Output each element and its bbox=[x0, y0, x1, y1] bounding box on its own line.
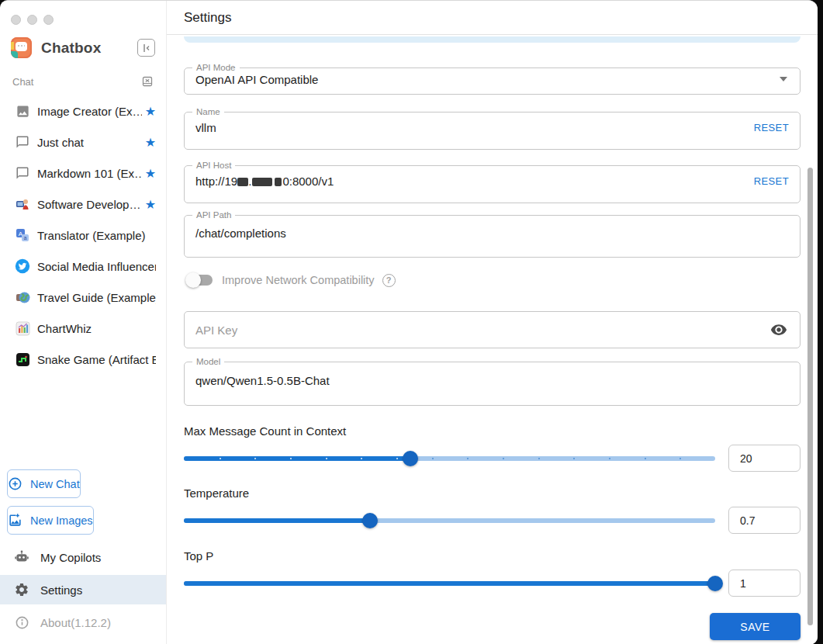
redaction-block bbox=[275, 178, 282, 186]
chat-item-translator[interactable]: Aa Translator (Example) bbox=[0, 220, 166, 251]
api-key-field bbox=[184, 311, 801, 348]
settings-panel: Settings API Mode OpenAI API Compatible … bbox=[167, 1, 818, 644]
name-reset-button[interactable]: RESET bbox=[754, 122, 789, 133]
collapse-sidebar-icon[interactable] bbox=[137, 39, 155, 57]
sidebar-item-my-copilots[interactable]: My Copilots bbox=[0, 542, 166, 572]
sidebar-item-about[interactable]: About(1.12.2) bbox=[0, 608, 166, 637]
max-message-count-input[interactable] bbox=[729, 452, 800, 465]
sidebar: Chatbox Chat Image Creator (Ex… ★ bbox=[0, 1, 167, 644]
chat-item-travel-guide[interactable]: Travel Guide (Example) bbox=[0, 282, 166, 313]
save-row: SAVE bbox=[184, 613, 801, 640]
redaction-block bbox=[252, 178, 272, 186]
star-icon[interactable]: ★ bbox=[145, 197, 156, 212]
app-window: Chatbox Chat Image Creator (Ex… ★ bbox=[0, 0, 818, 644]
star-icon[interactable]: ★ bbox=[145, 104, 156, 119]
scrollbar[interactable] bbox=[807, 168, 813, 625]
gear-icon bbox=[14, 582, 29, 597]
chat-item-label: Social Media Influencer … bbox=[37, 260, 156, 273]
image-plus-icon bbox=[8, 513, 22, 528]
max-message-count-value-box bbox=[728, 445, 801, 472]
api-path-label: API Path bbox=[192, 211, 235, 220]
slider-thumb[interactable] bbox=[707, 576, 723, 591]
network-compatibility-row: Improve Network Compatibility ? bbox=[185, 271, 801, 289]
api-mode-select[interactable]: API Mode OpenAI API Compatible bbox=[184, 64, 801, 95]
api-mode-value: OpenAI API Compatible bbox=[195, 73, 780, 86]
minimize-window-button[interactable] bbox=[27, 15, 37, 25]
new-chat-button[interactable]: New Chat bbox=[7, 469, 81, 498]
top-p-label: Top P bbox=[184, 549, 801, 563]
name-field-label: Name bbox=[192, 108, 224, 117]
svg-text:a: a bbox=[24, 235, 27, 241]
chat-item-snake-game[interactable]: Snake Game (Artifact E… bbox=[0, 344, 166, 375]
temperature-row bbox=[184, 507, 801, 534]
chat-item-label: Markdown 101 (Ex… bbox=[37, 167, 142, 180]
window-controls bbox=[0, 1, 166, 25]
twitter-bird-icon bbox=[14, 258, 31, 275]
chat-item-chartwhiz[interactable]: ChartWhiz bbox=[0, 313, 166, 344]
chat-item-label: Travel Guide (Example) bbox=[37, 291, 156, 304]
temperature-value-box bbox=[728, 507, 801, 534]
chat-section-header: Chat bbox=[0, 58, 166, 92]
top-p-input[interactable] bbox=[729, 577, 800, 590]
zoom-window-button[interactable] bbox=[43, 15, 54, 25]
chat-bubble-icon bbox=[14, 133, 31, 151]
show-password-icon[interactable] bbox=[767, 318, 790, 341]
software-developer-emoji-icon bbox=[14, 196, 31, 213]
brand-row: Chatbox bbox=[0, 25, 166, 58]
robot-icon bbox=[14, 549, 29, 565]
scrolled-banner-remnant bbox=[184, 36, 801, 43]
network-compatibility-toggle[interactable] bbox=[185, 272, 214, 288]
slider-thumb[interactable] bbox=[403, 451, 418, 466]
info-icon bbox=[14, 615, 29, 630]
new-images-label: New Images bbox=[30, 514, 93, 527]
chatbox-logo-icon bbox=[11, 37, 32, 58]
model-field: Model bbox=[184, 358, 801, 406]
star-icon[interactable]: ★ bbox=[145, 135, 156, 150]
star-icon[interactable]: ★ bbox=[145, 166, 156, 181]
api-host-label: API Host bbox=[192, 161, 235, 171]
chat-item-markdown-101[interactable]: Markdown 101 (Ex… ★ bbox=[0, 158, 166, 189]
help-icon[interactable]: ? bbox=[382, 274, 396, 287]
model-input[interactable] bbox=[195, 374, 789, 387]
snake-game-icon bbox=[14, 351, 31, 368]
api-host-reset-button[interactable]: RESET bbox=[754, 175, 789, 187]
plus-circle-icon bbox=[8, 476, 22, 491]
save-button[interactable]: SAVE bbox=[710, 613, 801, 640]
redaction-block bbox=[237, 178, 248, 186]
chat-item-software-developer[interactable]: Software Develop… ★ bbox=[0, 189, 166, 220]
api-key-input[interactable] bbox=[195, 324, 767, 337]
new-chat-label: New Chat bbox=[30, 478, 80, 490]
model-field-label: Model bbox=[192, 358, 224, 367]
api-host-field: API Host http://19.0:8000/v1 RESET bbox=[184, 161, 801, 203]
temperature-label: Temperature bbox=[184, 486, 801, 500]
api-path-input[interactable] bbox=[195, 227, 789, 240]
chat-item-social-media-influencer[interactable]: Social Media Influencer … bbox=[0, 251, 166, 282]
new-images-button[interactable]: New Images bbox=[7, 506, 94, 535]
max-message-count-slider[interactable] bbox=[184, 445, 715, 472]
chat-item-just-chat[interactable]: Just chat ★ bbox=[0, 126, 166, 158]
chat-item-label: ChartWhiz bbox=[37, 322, 156, 335]
chat-section-label: Chat bbox=[12, 76, 141, 88]
slider-thumb[interactable] bbox=[362, 513, 378, 528]
my-copilots-label: My Copilots bbox=[40, 551, 101, 564]
chat-item-label: Software Develop… bbox=[37, 198, 142, 211]
clear-chats-icon[interactable] bbox=[141, 75, 154, 88]
temperature-input[interactable] bbox=[729, 514, 800, 527]
name-input[interactable] bbox=[195, 121, 754, 134]
max-message-count-row bbox=[184, 445, 801, 472]
settings-label: Settings bbox=[40, 583, 82, 597]
chat-item-image-creator[interactable]: Image Creator (Ex… ★ bbox=[0, 95, 166, 126]
top-p-row bbox=[184, 570, 801, 597]
sidebar-item-settings[interactable]: Settings bbox=[0, 575, 166, 604]
about-label: About(1.12.2) bbox=[40, 616, 111, 629]
temperature-slider[interactable] bbox=[184, 507, 715, 534]
chevron-down-icon bbox=[780, 77, 787, 81]
network-compatibility-label: Improve Network Compatibility bbox=[222, 274, 375, 286]
page-title: Settings bbox=[184, 10, 231, 26]
settings-form: API Mode OpenAI API Compatible Name RESE… bbox=[167, 35, 818, 644]
close-window-button[interactable] bbox=[11, 15, 21, 25]
settings-header: Settings bbox=[167, 1, 818, 35]
top-p-slider[interactable] bbox=[184, 570, 715, 597]
api-host-value[interactable]: http://19.0:8000/v1 bbox=[195, 175, 334, 188]
top-p-value-box bbox=[728, 570, 801, 597]
